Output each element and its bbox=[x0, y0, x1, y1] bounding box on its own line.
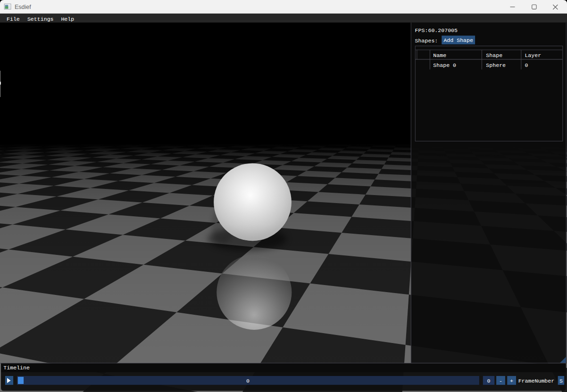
svg-text:Shapes:: Shapes: bbox=[415, 38, 438, 44]
svg-text:FPS:60.207005: FPS:60.207005 bbox=[415, 27, 458, 33]
svg-text:Shape 0: Shape 0 bbox=[433, 62, 456, 68]
svg-text:Add Shape: Add Shape bbox=[443, 37, 473, 43]
svg-text:0: 0 bbox=[246, 378, 250, 384]
svg-text:S: S bbox=[559, 378, 563, 384]
svg-text:0: 0 bbox=[525, 62, 528, 68]
svg-text:-: - bbox=[499, 378, 502, 384]
svg-text:Name: Name bbox=[433, 52, 446, 58]
svg-text:Timeline: Timeline bbox=[3, 365, 30, 371]
svg-text:Settings: Settings bbox=[27, 16, 54, 22]
svg-text:FrameNumber: FrameNumber bbox=[518, 378, 555, 384]
svg-text:Help: Help bbox=[61, 16, 74, 22]
svg-text:+: + bbox=[510, 378, 513, 384]
svg-text:Shape: Shape bbox=[486, 52, 502, 58]
svg-text:File: File bbox=[7, 16, 20, 22]
svg-text:0: 0 bbox=[487, 378, 491, 384]
svg-text:Sphere: Sphere bbox=[486, 62, 506, 68]
svg-text:Esdief: Esdief bbox=[15, 4, 31, 10]
svg-text:Layer: Layer bbox=[525, 52, 541, 58]
